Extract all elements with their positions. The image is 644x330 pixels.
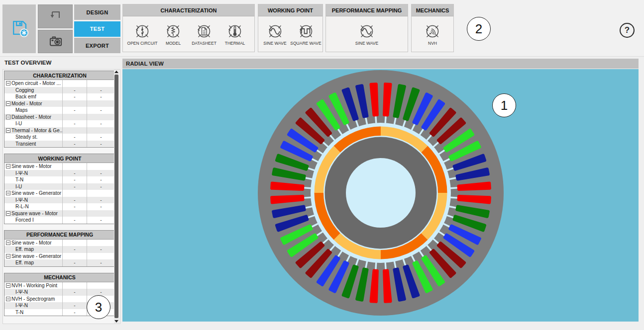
tree-leaf-row[interactable]: Back emf--: [4, 93, 115, 100]
row-label: Cogging: [4, 87, 63, 94]
test-button-model[interactable]: MODEL: [158, 23, 189, 46]
tree-group-row[interactable]: Sine wave - Motor: [4, 240, 115, 247]
test-button-open-circuit[interactable]: OPEN CIRCUIT: [127, 23, 158, 46]
help-button[interactable]: ?: [620, 23, 635, 38]
tree-leaf-row[interactable]: R-L-N--: [4, 203, 115, 210]
collapse-icon[interactable]: [6, 101, 10, 106]
tree-group-row[interactable]: Square wave - Motor: [4, 210, 115, 217]
nvh-icon: [424, 23, 441, 40]
collapse-icon[interactable]: [6, 241, 10, 245]
table-section-header: CHARACTERIZATION: [4, 71, 115, 80]
collapse-icon[interactable]: [6, 81, 10, 85]
row-label: Model - Motor: [4, 100, 63, 107]
tree-group-row[interactable]: Thermal - Motor & Ge...: [4, 127, 115, 134]
tree-leaf-row[interactable]: Eff. map--: [4, 259, 115, 266]
tree-leaf-row[interactable]: I-U--: [4, 183, 115, 190]
datasheet-icon: [196, 23, 213, 40]
value-cell: [87, 253, 115, 260]
test-button-label: MODEL: [166, 41, 181, 46]
collapse-icon[interactable]: [6, 283, 10, 288]
test-button-label: SINE WAVE: [263, 41, 286, 46]
test-button-label: NVH: [428, 41, 437, 46]
row-label-text: Steady st.: [15, 134, 37, 140]
tree-group-row[interactable]: Model - Motor: [4, 100, 115, 107]
value-cell: -: [87, 183, 115, 190]
tree-group-row[interactable]: Sine wave - Generator: [4, 190, 115, 197]
sidebar-scrollbar[interactable]: [114, 70, 119, 324]
tree-leaf-row[interactable]: I-Ψ-N--: [4, 197, 115, 204]
sine-icon: [358, 23, 375, 40]
collapse-icon[interactable]: [6, 254, 10, 258]
tree-leaf-row[interactable]: Forced I--: [4, 217, 115, 224]
value-cell: [63, 240, 87, 247]
save-project-button[interactable]: [2, 4, 36, 53]
value-cell: -: [87, 217, 115, 224]
row-label-text: Sine wave - Generator: [11, 190, 61, 196]
annotation-badge-1: 1: [492, 93, 516, 117]
row-label: Open circuit - Motor ...: [4, 80, 63, 87]
scroll-down-arrow-icon[interactable]: [114, 320, 118, 323]
value-cell: -: [63, 141, 87, 148]
test-button-sine-wave[interactable]: SINE WAVE: [260, 23, 291, 46]
radial-view-canvas[interactable]: [122, 69, 639, 322]
tree-leaf-row[interactable]: Cogging--: [4, 87, 115, 94]
tree-leaf-row[interactable]: I-Ψ-N--: [4, 170, 115, 177]
tree-leaf-row[interactable]: T-N--: [4, 176, 115, 183]
test-button-square-wave[interactable]: SQUARE WAVE: [291, 23, 322, 46]
tree-group-row[interactable]: Sine wave - Generator: [4, 253, 115, 260]
collapse-icon[interactable]: [6, 164, 10, 168]
group-body: NVH: [412, 16, 453, 52]
collapse-icon[interactable]: [6, 211, 10, 216]
row-label: Sine wave - Motor: [4, 163, 63, 170]
value-cell: -: [63, 246, 87, 253]
test-overview-panel: CHARACTERIZATIONOpen circuit - Motor ...…: [2, 69, 120, 324]
row-label-text: Sine wave - Motor: [11, 240, 52, 246]
tree-group-row[interactable]: Sine wave - Motor: [4, 163, 115, 170]
tree-group-row[interactable]: Datasheet - Motor: [4, 114, 115, 121]
scrollbar-thumb[interactable]: [114, 75, 118, 318]
scroll-up-arrow-icon[interactable]: [114, 71, 118, 73]
value-cell: [63, 282, 87, 289]
test-button-datasheet[interactable]: DATASHEET: [189, 23, 219, 46]
tree-leaf-row[interactable]: Eff. map--: [4, 246, 115, 253]
annotation-badge-3: 3: [87, 295, 110, 319]
corner-arrow-icon: [47, 7, 64, 26]
tab-export[interactable]: EXPORT: [74, 38, 120, 53]
test-button-sine-wave[interactable]: SINE WAVE: [351, 23, 382, 46]
tab-test[interactable]: TEST: [74, 21, 120, 37]
tab-design[interactable]: DESIGN: [74, 4, 120, 20]
tree-leaf-row[interactable]: I-Ψ-N--: [4, 289, 115, 296]
row-label: I-Ψ-N: [4, 302, 63, 309]
value-cell: -: [63, 302, 87, 309]
tree-group-row[interactable]: Open circuit - Motor ...: [4, 80, 115, 87]
value-cell: [87, 80, 115, 87]
tree-leaf-row[interactable]: Steady st.--: [4, 134, 115, 141]
value-cell: -: [87, 134, 115, 141]
row-label-text: Transient: [15, 141, 36, 147]
tree-group-row[interactable]: NVH - Working Point: [4, 282, 115, 289]
row-label-text: T-N: [15, 310, 23, 315]
test-button-nvh[interactable]: NVH: [417, 23, 448, 46]
collapse-icon[interactable]: [6, 191, 10, 195]
return-arrow-button[interactable]: [38, 4, 73, 28]
collapse-icon[interactable]: [6, 297, 10, 301]
snapshot-button[interactable]: [38, 30, 73, 53]
tree-leaf-row[interactable]: I-U--: [4, 120, 115, 127]
value-cell: -: [87, 259, 115, 266]
collapse-icon[interactable]: [6, 128, 10, 133]
value-cell: -: [63, 87, 87, 94]
group-title: CHARACTERIZATION: [123, 4, 254, 16]
row-label: Back emf: [4, 93, 63, 100]
collapse-icon[interactable]: [6, 115, 10, 119]
test-button-thermal[interactable]: THERMAL: [219, 23, 250, 46]
tree-leaf-row[interactable]: Transient--: [4, 141, 115, 148]
value-cell: -: [63, 309, 87, 316]
value-cell: [87, 100, 115, 107]
value-cell: -: [63, 93, 87, 100]
row-label-text: I-Ψ-N: [15, 289, 28, 295]
value-cell: -: [63, 120, 87, 127]
group-title: WORKING POINT: [258, 4, 322, 16]
tree-leaf-row[interactable]: Maps--: [4, 107, 115, 114]
row-label: Sine wave - Motor: [4, 240, 63, 247]
row-label-text: I-U: [15, 184, 22, 189]
